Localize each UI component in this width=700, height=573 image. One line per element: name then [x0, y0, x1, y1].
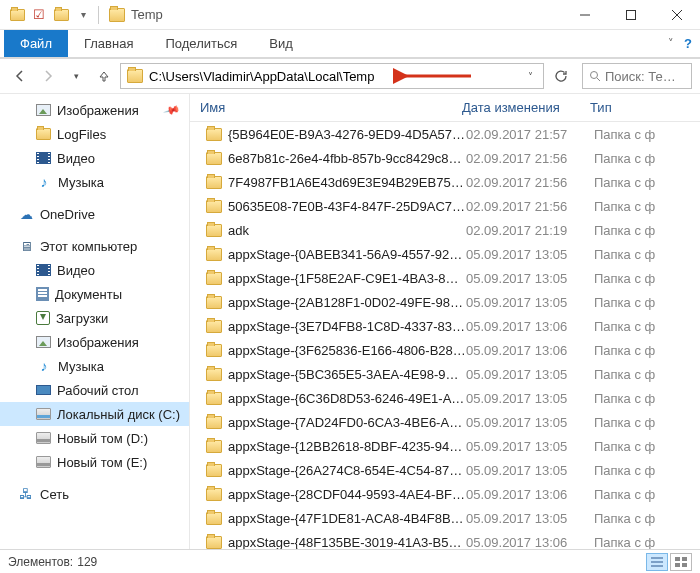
- folder-icon: [206, 296, 222, 309]
- file-row[interactable]: 6e87b81c-26e4-4fbb-857b-9cc8429c8b3b02.0…: [190, 146, 700, 170]
- file-row[interactable]: 7F4987FB1A6E43d69E3E94B29EB7592602.09.20…: [190, 170, 700, 194]
- sidebar-item[interactable]: LogFiles: [0, 122, 189, 146]
- sidebar-item[interactable]: Изображения: [0, 330, 189, 354]
- file-row[interactable]: appxStage-{5BC365E5-3AEA-4E98-9D79-…05.0…: [190, 362, 700, 386]
- file-row[interactable]: appxStage-{28CDF044-9593-4AE4-BF44-4…05.…: [190, 482, 700, 506]
- status-label: Элементов:: [8, 555, 73, 569]
- file-row[interactable]: appxStage-{12BB2618-8DBF-4235-949B-8…05.…: [190, 434, 700, 458]
- details-view-button[interactable]: [646, 553, 668, 571]
- folder-icon: [206, 416, 222, 429]
- disk-icon: [36, 456, 51, 468]
- file-date: 05.09.2017 13:06: [466, 487, 594, 502]
- file-date: 02.09.2017 21:56: [466, 151, 594, 166]
- sidebar-item[interactable]: Рабочий стол: [0, 378, 189, 402]
- folder-icon: [206, 344, 222, 357]
- nav-up-button[interactable]: [92, 64, 116, 88]
- properties-icon[interactable]: ☑: [30, 6, 48, 24]
- tab-home[interactable]: Главная: [68, 30, 149, 57]
- column-date[interactable]: Дата изменения: [462, 100, 590, 115]
- file-row[interactable]: appxStage-{2AB128F1-0D02-49FE-987E-7…05.…: [190, 290, 700, 314]
- file-type: Папка с ф: [594, 463, 700, 478]
- file-date: 05.09.2017 13:05: [466, 463, 594, 478]
- column-type[interactable]: Тип: [590, 100, 700, 115]
- nav-forward-button[interactable]: [36, 64, 60, 88]
- nav-recent-button[interactable]: ▾: [64, 64, 88, 88]
- sidebar-item[interactable]: ♪Музыка: [0, 354, 189, 378]
- sidebar-item[interactable]: Документы: [0, 282, 189, 306]
- sidebar-item[interactable]: Видео: [0, 146, 189, 170]
- ribbon-expand-icon[interactable]: ˅: [668, 37, 674, 50]
- column-name[interactable]: Имя: [200, 100, 462, 115]
- folder-icon: [206, 272, 222, 285]
- folder-up-icon[interactable]: [8, 6, 26, 24]
- file-row[interactable]: appxStage-{6C36D8D53-6246-49E1-A20C-…05.…: [190, 386, 700, 410]
- file-date: 05.09.2017 13:06: [466, 319, 594, 334]
- file-row[interactable]: appxStage-{26A274C8-654E-4C54-8709-5…05.…: [190, 458, 700, 482]
- sidebar-onedrive[interactable]: ☁ OneDrive: [0, 202, 189, 226]
- search-icon: [589, 70, 601, 82]
- file-row[interactable]: appxStage-{3E7D4FB8-1C8D-4337-8361-7…05.…: [190, 314, 700, 338]
- search-placeholder: Поиск: Те…: [605, 69, 676, 84]
- file-row[interactable]: appxStage-{48F135BE-3019-41A3-B5E2-4…05.…: [190, 530, 700, 549]
- address-dropdown-icon[interactable]: ˅: [524, 71, 537, 82]
- sidebar-item[interactable]: Новый том (E:): [0, 450, 189, 474]
- folder-icon: [206, 440, 222, 453]
- file-name: 50635E08-7E0B-43F4-847F-25D9AC7523A1: [228, 199, 466, 214]
- file-type: Папка с ф: [594, 223, 700, 238]
- file-name: appxStage-{3F625836-E166-4806-B281-60…: [228, 343, 466, 358]
- sidebar-item[interactable]: Новый том (D:): [0, 426, 189, 450]
- file-row[interactable]: 50635E08-7E0B-43F4-847F-25D9AC7523A102.0…: [190, 194, 700, 218]
- folder-icon: [206, 512, 222, 525]
- file-row[interactable]: appxStage-{3F625836-E166-4806-B281-60…05…: [190, 338, 700, 362]
- close-button[interactable]: [654, 0, 700, 30]
- file-tab[interactable]: Файл: [4, 30, 68, 57]
- sidebar-label: Новый том (D:): [57, 431, 148, 446]
- sidebar-item[interactable]: Загрузки: [0, 306, 189, 330]
- file-type: Папка с ф: [594, 487, 700, 502]
- file-row[interactable]: appxStage-{0ABEB341-56A9-4557-9224-9…05.…: [190, 242, 700, 266]
- file-type: Папка с ф: [594, 343, 700, 358]
- tab-view[interactable]: Вид: [253, 30, 309, 57]
- help-icon[interactable]: ?: [684, 36, 692, 51]
- file-name: appxStage-{26A274C8-654E-4C54-8709-5…: [228, 463, 466, 478]
- sidebar[interactable]: Изображения 📌 LogFilesВидео♪Музыка ☁ One…: [0, 94, 190, 549]
- sidebar-item-images-pinned[interactable]: Изображения 📌: [0, 98, 189, 122]
- refresh-button[interactable]: [548, 63, 574, 89]
- folder-icon: [206, 536, 222, 549]
- address-path[interactable]: C:\Users\Vladimir\AppData\Local\Temp: [149, 69, 524, 84]
- sidebar-item[interactable]: Видео: [0, 258, 189, 282]
- file-row[interactable]: {5B964E0E-B9A3-4276-9ED9-4D5A572074…02.0…: [190, 122, 700, 146]
- file-name: adk: [228, 223, 466, 238]
- file-type: Папка с ф: [594, 439, 700, 454]
- file-date: 02.09.2017 21:56: [466, 175, 594, 190]
- sidebar-network[interactable]: 🖧 Сеть: [0, 482, 189, 506]
- new-folder-icon[interactable]: [52, 6, 70, 24]
- tab-share[interactable]: Поделиться: [149, 30, 253, 57]
- file-date: 05.09.2017 13:05: [466, 391, 594, 406]
- folder-icon: [206, 128, 222, 141]
- icons-view-button[interactable]: [670, 553, 692, 571]
- file-date: 05.09.2017 13:05: [466, 367, 594, 382]
- search-box[interactable]: Поиск: Те…: [582, 63, 692, 89]
- sidebar-item[interactable]: Локальный диск (C:): [0, 402, 189, 426]
- folder-icon: [206, 224, 222, 237]
- folder-icon: [206, 368, 222, 381]
- file-row[interactable]: appxStage-{47F1DE81-ACA8-4B4F8B-BC24-…05…: [190, 506, 700, 530]
- address-row: ▾ C:\Users\Vladimir\AppData\Local\Temp ˅…: [0, 58, 700, 94]
- minimize-button[interactable]: [562, 0, 608, 30]
- file-row[interactable]: appxStage-{7AD24FD0-6CA3-4BE6-AC0C…05.09…: [190, 410, 700, 434]
- file-type: Папка с ф: [594, 247, 700, 262]
- file-list[interactable]: Имя Дата изменения Тип {5B964E0E-B9A3-42…: [190, 94, 700, 549]
- file-row[interactable]: adk02.09.2017 21:19Папка с ф: [190, 218, 700, 242]
- pictures-icon: [36, 104, 51, 116]
- sidebar-this-pc[interactable]: 🖥 Этот компьютер: [0, 234, 189, 258]
- maximize-button[interactable]: [608, 0, 654, 30]
- file-date: 02.09.2017 21:57: [466, 127, 594, 142]
- sidebar-item[interactable]: ♪Музыка: [0, 170, 189, 194]
- svg-rect-10: [675, 557, 680, 561]
- nav-back-button[interactable]: [8, 64, 32, 88]
- file-row[interactable]: appxStage-{1F58E2AF-C9E1-4BA3-8E45-8…05.…: [190, 266, 700, 290]
- address-bar[interactable]: C:\Users\Vladimir\AppData\Local\Temp ˅: [120, 63, 544, 89]
- file-type: Папка с ф: [594, 271, 700, 286]
- qat-customize-icon[interactable]: ▾: [74, 6, 92, 24]
